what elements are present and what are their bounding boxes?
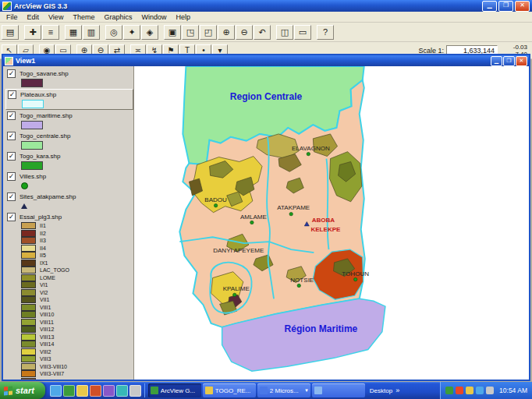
class-label: II4 <box>40 245 46 251</box>
task-button-icon <box>260 387 268 394</box>
close-button[interactable]: ✕ <box>515 1 530 12</box>
maximize-button[interactable]: ❐ <box>498 1 513 12</box>
select-features-button[interactable]: ◫ <box>276 25 293 40</box>
locate-address-button[interactable]: ✦ <box>123 25 140 40</box>
clear-selection-button[interactable]: ▭ <box>294 25 311 40</box>
legend-theme-essai_plg3-shp[interactable]: ✓Essai_plg3.shp <box>5 212 133 221</box>
menu-graphics[interactable]: Graphics <box>99 13 137 21</box>
desktop-toolbar[interactable]: Desktop » <box>370 387 399 394</box>
theme-visibility-checkbox[interactable]: ✓ <box>7 172 16 181</box>
legend-theme-togo_centrale-shp[interactable]: ✓Togo_centrale.shp <box>5 131 133 150</box>
theme-properties-button[interactable]: ≡ <box>42 25 59 40</box>
legend-theme-plateaux-shp[interactable]: ✓Plateaux.shp <box>5 89 133 110</box>
class-swatch <box>21 267 36 274</box>
map-canvas[interactable]: Region CentraleELAVAGNONBADOUATAKPAMEAML… <box>134 66 529 380</box>
legend-class-viii11: VIII11 <box>21 319 133 327</box>
class-label: VIII3-VIII7 <box>40 371 64 376</box>
save-project-button[interactable]: ▤ <box>2 25 19 40</box>
legend-theme-togo_kara-shp[interactable]: ✓Togo_kara.shp <box>5 151 133 171</box>
quick-launch-icon-1[interactable] <box>50 385 62 397</box>
menu-edit[interactable]: Edit <box>23 13 44 21</box>
theme-swatch <box>21 79 43 87</box>
class-swatch <box>21 296 36 303</box>
toolbar-row-1: ▤✚≡▦▥◎✦◈▣◳◰⊕⊖↶◫▭? <box>0 23 532 42</box>
menu-window[interactable]: Window <box>137 13 171 21</box>
ville-kpalime <box>233 293 236 296</box>
tray-icon-3[interactable] <box>466 387 473 394</box>
view-close-button[interactable]: ✕ <box>516 56 527 66</box>
zoom-out-button[interactable]: ⊖ <box>236 25 253 40</box>
map-svg[interactable]: Region CentraleELAVAGNONBADOUATAKPAMEAML… <box>134 66 529 380</box>
zoom-full-extent-button[interactable]: ▣ <box>164 25 181 40</box>
legend-panel: ✓Togo_savane.shp✓Plateaux.shp✓Togo_marit… <box>3 66 134 380</box>
find-button[interactable]: ◎ <box>105 25 122 40</box>
legend-class-vi2: VI2 <box>21 289 133 297</box>
tray-icon-4[interactable] <box>476 387 484 394</box>
zoom-selected-button[interactable]: ◰ <box>200 25 217 40</box>
start-button[interactable]: start <box>0 382 45 399</box>
quick-launch-icon-4[interactable] <box>90 385 101 397</box>
theme-visibility-checkbox[interactable]: ✓ <box>7 192 16 201</box>
class-label: VII1 <box>40 297 49 302</box>
legend-theme-togo_savane-shp[interactable]: ✓Togo_savane.shp <box>5 69 133 88</box>
menu-view[interactable]: View <box>44 13 68 21</box>
class-label: VIII4 <box>40 379 51 380</box>
quick-launch-icon-6[interactable] <box>116 385 128 397</box>
zoom-previous-button[interactable]: ↶ <box>254 25 271 40</box>
legend-class-lac_togo: LAC_TOGO <box>21 267 133 274</box>
view1-titlebar[interactable]: View1 ▁ ❐ ✕ <box>3 55 529 66</box>
legend-class-viii14: VIII14 <box>21 341 133 348</box>
theme-visibility-checkbox[interactable]: ✓ <box>7 132 16 140</box>
task-button-arcview-g-[interactable]: ArcView G... <box>148 383 201 397</box>
legend-theme-togo_maritime-shp[interactable]: ✓Togo_maritime.shp <box>5 111 133 130</box>
map-label-kelekpe: KELEKPE <box>310 226 340 233</box>
view1-window: View1 ▁ ❐ ✕ ✓Togo_savane.shp✓Plateaux.sh… <box>2 54 530 381</box>
minimize-button[interactable]: ▁ <box>482 1 497 12</box>
class-swatch <box>21 252 36 259</box>
view-minimize-button[interactable]: ▁ <box>491 56 502 66</box>
tray-icon-2[interactable] <box>456 387 463 394</box>
menu-help[interactable]: Help <box>171 13 195 21</box>
legend-theme-sites_atakpame-shp[interactable]: ✓Sites_atakpame.shp <box>5 192 133 211</box>
task-button-2-micros-[interactable]: 2 Micros...▾ <box>257 383 310 397</box>
quick-launch-icon-2[interactable] <box>63 385 75 397</box>
class-label: VIII10 <box>40 312 54 317</box>
open-theme-table-button[interactable]: ▥ <box>83 25 100 40</box>
theme-visibility-checkbox[interactable]: ✓ <box>7 111 16 120</box>
add-theme-button[interactable]: ✚ <box>24 25 41 40</box>
query-builder-button[interactable]: ◈ <box>141 25 158 40</box>
class-label: II1 <box>40 223 46 228</box>
edit-legend-button[interactable]: ▦ <box>65 25 82 40</box>
task-button-label: 2 Micros... <box>270 387 299 394</box>
map-label-atakpame: ATAKPAME <box>277 204 310 211</box>
class-swatch <box>21 341 36 348</box>
map-label-region-centrale: Region Centrale <box>230 92 303 103</box>
legend-theme-villes-shp[interactable]: ✓Villes.shp <box>5 171 133 191</box>
help-button[interactable]: ? <box>317 25 334 40</box>
theme-label: Sites_atakpame.shp <box>20 193 76 200</box>
quick-launch-icon-7[interactable] <box>129 385 141 397</box>
theme-visibility-checkbox[interactable]: ✓ <box>7 213 16 221</box>
task-button-togo_re-[interactable]: TOGO_RE... <box>203 383 256 397</box>
task-button-icon <box>151 387 158 394</box>
menu-file[interactable]: File <box>2 13 23 21</box>
theme-visibility-checkbox[interactable]: ✓ <box>7 152 16 161</box>
legend-class-ii2: II2 <box>21 230 133 238</box>
menu-theme[interactable]: Theme <box>68 13 99 21</box>
task-button-blank[interactable] <box>312 383 365 397</box>
tray-icon-1[interactable] <box>445 387 453 394</box>
legend-class-viii13: VIII13 <box>21 334 133 341</box>
legend-class-vii1: VII1 <box>21 296 133 304</box>
zoom-active-theme-button[interactable]: ◳ <box>182 25 199 40</box>
zoom-in-button[interactable]: ⊕ <box>218 25 235 40</box>
quick-launch-icon-5[interactable] <box>103 385 115 397</box>
theme-visibility-checkbox[interactable]: ✓ <box>7 69 16 78</box>
view-restore-button[interactable]: ❐ <box>503 56 515 66</box>
tray-icon-5[interactable] <box>486 387 494 394</box>
ville-tohoun <box>353 277 356 281</box>
class-swatch <box>21 363 36 370</box>
quick-launch-icon-3[interactable] <box>76 385 88 397</box>
theme-visibility-checkbox[interactable]: ✓ <box>8 90 16 99</box>
chevron-icon[interactable]: » <box>395 387 399 394</box>
legend-class-ii5: II5 <box>21 252 133 260</box>
